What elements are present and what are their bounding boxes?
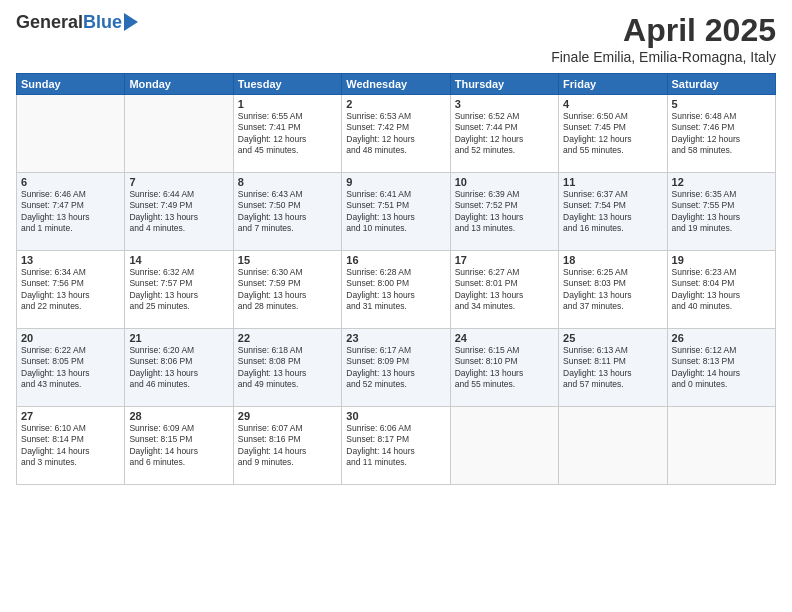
day-info: Sunrise: 6:32 AM Sunset: 7:57 PM Dayligh… (129, 267, 228, 313)
calendar-cell: 21Sunrise: 6:20 AM Sunset: 8:06 PM Dayli… (125, 329, 233, 407)
day-number: 3 (455, 98, 554, 110)
logo-blue-text: Blue (83, 12, 122, 33)
day-number: 14 (129, 254, 228, 266)
day-number: 1 (238, 98, 337, 110)
day-info: Sunrise: 6:41 AM Sunset: 7:51 PM Dayligh… (346, 189, 445, 235)
day-info: Sunrise: 6:17 AM Sunset: 8:09 PM Dayligh… (346, 345, 445, 391)
day-number: 2 (346, 98, 445, 110)
day-info: Sunrise: 6:34 AM Sunset: 7:56 PM Dayligh… (21, 267, 120, 313)
day-info: Sunrise: 6:43 AM Sunset: 7:50 PM Dayligh… (238, 189, 337, 235)
day-number: 19 (672, 254, 771, 266)
day-info: Sunrise: 6:50 AM Sunset: 7:45 PM Dayligh… (563, 111, 662, 157)
logo-arrow-icon (124, 13, 138, 31)
calendar-cell: 13Sunrise: 6:34 AM Sunset: 7:56 PM Dayli… (17, 251, 125, 329)
calendar-cell: 9Sunrise: 6:41 AM Sunset: 7:51 PM Daylig… (342, 173, 450, 251)
day-info: Sunrise: 6:39 AM Sunset: 7:52 PM Dayligh… (455, 189, 554, 235)
day-number: 29 (238, 410, 337, 422)
day-number: 12 (672, 176, 771, 188)
location-subtitle: Finale Emilia, Emilia-Romagna, Italy (551, 49, 776, 65)
day-number: 16 (346, 254, 445, 266)
calendar-cell: 4Sunrise: 6:50 AM Sunset: 7:45 PM Daylig… (559, 95, 667, 173)
day-number: 26 (672, 332, 771, 344)
day-number: 18 (563, 254, 662, 266)
day-number: 8 (238, 176, 337, 188)
day-info: Sunrise: 6:15 AM Sunset: 8:10 PM Dayligh… (455, 345, 554, 391)
col-header-monday: Monday (125, 74, 233, 95)
calendar-cell: 22Sunrise: 6:18 AM Sunset: 8:08 PM Dayli… (233, 329, 341, 407)
day-number: 11 (563, 176, 662, 188)
col-header-tuesday: Tuesday (233, 74, 341, 95)
calendar-cell (559, 407, 667, 485)
title-block: April 2025 Finale Emilia, Emilia-Romagna… (551, 12, 776, 65)
day-info: Sunrise: 6:28 AM Sunset: 8:00 PM Dayligh… (346, 267, 445, 313)
day-number: 10 (455, 176, 554, 188)
calendar-cell: 5Sunrise: 6:48 AM Sunset: 7:46 PM Daylig… (667, 95, 775, 173)
calendar-week-row: 6Sunrise: 6:46 AM Sunset: 7:47 PM Daylig… (17, 173, 776, 251)
calendar-cell: 30Sunrise: 6:06 AM Sunset: 8:17 PM Dayli… (342, 407, 450, 485)
day-number: 27 (21, 410, 120, 422)
calendar-cell: 16Sunrise: 6:28 AM Sunset: 8:00 PM Dayli… (342, 251, 450, 329)
day-number: 13 (21, 254, 120, 266)
calendar-cell: 23Sunrise: 6:17 AM Sunset: 8:09 PM Dayli… (342, 329, 450, 407)
calendar-week-row: 1Sunrise: 6:55 AM Sunset: 7:41 PM Daylig… (17, 95, 776, 173)
calendar-cell: 2Sunrise: 6:53 AM Sunset: 7:42 PM Daylig… (342, 95, 450, 173)
day-info: Sunrise: 6:55 AM Sunset: 7:41 PM Dayligh… (238, 111, 337, 157)
day-number: 22 (238, 332, 337, 344)
calendar-week-row: 27Sunrise: 6:10 AM Sunset: 8:14 PM Dayli… (17, 407, 776, 485)
calendar-cell: 10Sunrise: 6:39 AM Sunset: 7:52 PM Dayli… (450, 173, 558, 251)
day-info: Sunrise: 6:25 AM Sunset: 8:03 PM Dayligh… (563, 267, 662, 313)
calendar-cell: 27Sunrise: 6:10 AM Sunset: 8:14 PM Dayli… (17, 407, 125, 485)
day-number: 5 (672, 98, 771, 110)
calendar-table: SundayMondayTuesdayWednesdayThursdayFrid… (16, 73, 776, 485)
calendar-week-row: 13Sunrise: 6:34 AM Sunset: 7:56 PM Dayli… (17, 251, 776, 329)
day-info: Sunrise: 6:37 AM Sunset: 7:54 PM Dayligh… (563, 189, 662, 235)
day-info: Sunrise: 6:52 AM Sunset: 7:44 PM Dayligh… (455, 111, 554, 157)
col-header-saturday: Saturday (667, 74, 775, 95)
day-info: Sunrise: 6:20 AM Sunset: 8:06 PM Dayligh… (129, 345, 228, 391)
calendar-page: General Blue April 2025 Finale Emilia, E… (0, 0, 792, 612)
day-info: Sunrise: 6:18 AM Sunset: 8:08 PM Dayligh… (238, 345, 337, 391)
calendar-cell: 8Sunrise: 6:43 AM Sunset: 7:50 PM Daylig… (233, 173, 341, 251)
col-header-thursday: Thursday (450, 74, 558, 95)
day-number: 30 (346, 410, 445, 422)
calendar-cell: 25Sunrise: 6:13 AM Sunset: 8:11 PM Dayli… (559, 329, 667, 407)
day-info: Sunrise: 6:46 AM Sunset: 7:47 PM Dayligh… (21, 189, 120, 235)
col-header-friday: Friday (559, 74, 667, 95)
day-number: 9 (346, 176, 445, 188)
day-number: 25 (563, 332, 662, 344)
calendar-cell: 17Sunrise: 6:27 AM Sunset: 8:01 PM Dayli… (450, 251, 558, 329)
calendar-cell (17, 95, 125, 173)
day-info: Sunrise: 6:35 AM Sunset: 7:55 PM Dayligh… (672, 189, 771, 235)
calendar-cell (450, 407, 558, 485)
calendar-cell: 24Sunrise: 6:15 AM Sunset: 8:10 PM Dayli… (450, 329, 558, 407)
day-number: 21 (129, 332, 228, 344)
calendar-week-row: 20Sunrise: 6:22 AM Sunset: 8:05 PM Dayli… (17, 329, 776, 407)
calendar-cell: 29Sunrise: 6:07 AM Sunset: 8:16 PM Dayli… (233, 407, 341, 485)
day-info: Sunrise: 6:48 AM Sunset: 7:46 PM Dayligh… (672, 111, 771, 157)
month-title: April 2025 (551, 12, 776, 49)
header: General Blue April 2025 Finale Emilia, E… (16, 12, 776, 65)
day-info: Sunrise: 6:06 AM Sunset: 8:17 PM Dayligh… (346, 423, 445, 469)
day-number: 20 (21, 332, 120, 344)
calendar-cell: 6Sunrise: 6:46 AM Sunset: 7:47 PM Daylig… (17, 173, 125, 251)
calendar-cell: 14Sunrise: 6:32 AM Sunset: 7:57 PM Dayli… (125, 251, 233, 329)
day-number: 7 (129, 176, 228, 188)
calendar-cell: 12Sunrise: 6:35 AM Sunset: 7:55 PM Dayli… (667, 173, 775, 251)
day-info: Sunrise: 6:10 AM Sunset: 8:14 PM Dayligh… (21, 423, 120, 469)
calendar-cell: 11Sunrise: 6:37 AM Sunset: 7:54 PM Dayli… (559, 173, 667, 251)
calendar-cell: 20Sunrise: 6:22 AM Sunset: 8:05 PM Dayli… (17, 329, 125, 407)
calendar-cell (125, 95, 233, 173)
day-number: 23 (346, 332, 445, 344)
day-number: 17 (455, 254, 554, 266)
calendar-cell: 1Sunrise: 6:55 AM Sunset: 7:41 PM Daylig… (233, 95, 341, 173)
calendar-cell: 18Sunrise: 6:25 AM Sunset: 8:03 PM Dayli… (559, 251, 667, 329)
day-number: 15 (238, 254, 337, 266)
calendar-cell: 26Sunrise: 6:12 AM Sunset: 8:13 PM Dayli… (667, 329, 775, 407)
day-number: 4 (563, 98, 662, 110)
calendar-cell (667, 407, 775, 485)
col-header-sunday: Sunday (17, 74, 125, 95)
day-info: Sunrise: 6:23 AM Sunset: 8:04 PM Dayligh… (672, 267, 771, 313)
day-info: Sunrise: 6:07 AM Sunset: 8:16 PM Dayligh… (238, 423, 337, 469)
day-info: Sunrise: 6:44 AM Sunset: 7:49 PM Dayligh… (129, 189, 228, 235)
day-info: Sunrise: 6:30 AM Sunset: 7:59 PM Dayligh… (238, 267, 337, 313)
